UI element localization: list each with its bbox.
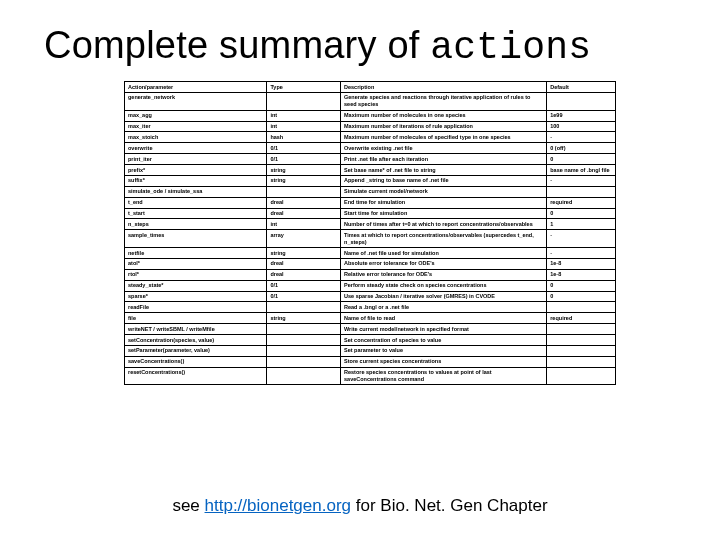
cell-action: atol* (125, 258, 267, 269)
section-type (267, 356, 341, 367)
cell-def: 0 (547, 291, 616, 302)
cell-desc: End time for simulation (341, 197, 547, 208)
cell-action: print_iter (125, 154, 267, 165)
table-row: suffix*stringAppend _string to base name… (125, 175, 616, 186)
cell-def: - (547, 132, 616, 143)
footer-post: for Bio. Net. Gen Chapter (351, 496, 548, 515)
cell-type: string (267, 175, 341, 186)
cell-action: n_steps (125, 219, 267, 230)
cell-def: - (547, 175, 616, 186)
cell-type: string (267, 313, 341, 324)
table-row: sample_timesarrayTimes at which to repor… (125, 230, 616, 248)
cell-type: int (267, 121, 341, 132)
cell-desc: Use sparse Jacobian / iterative solver (… (341, 291, 547, 302)
section-desc: Set concentration of species to value (341, 335, 547, 346)
footer-link[interactable]: http://bionetgen.org (205, 496, 352, 515)
section-type (267, 345, 341, 356)
section-action: resetConcentrations() (125, 367, 267, 385)
cell-desc: Set base name* of .net file to string (341, 165, 547, 176)
cell-action: t_start (125, 208, 267, 219)
section-desc: Generate species and reactions through i… (341, 92, 547, 110)
cell-type: string (267, 165, 341, 176)
cell-desc: Maximum number of molecules in one speci… (341, 110, 547, 121)
table-row: prefix*stringSet base name* of .net file… (125, 165, 616, 176)
section-def (547, 186, 616, 197)
cell-def: required (547, 313, 616, 324)
cell-desc: Print .net file after each iteration (341, 154, 547, 165)
cell-type: int (267, 219, 341, 230)
cell-action: netfile (125, 248, 267, 259)
cell-def: 0 (547, 208, 616, 219)
cell-action: rtol* (125, 269, 267, 280)
cell-type: 0/1 (267, 154, 341, 165)
table-row: atol*drealAbsolute error tolerance for O… (125, 258, 616, 269)
cell-type: int (267, 110, 341, 121)
cell-def: 1e-8 (547, 258, 616, 269)
cell-def: 0 (off) (547, 143, 616, 154)
cell-def: 1 (547, 219, 616, 230)
cell-action: max_agg (125, 110, 267, 121)
cell-action: sample_times (125, 230, 267, 248)
cell-type: 0/1 (267, 280, 341, 291)
cell-type: array (267, 230, 341, 248)
section-def (547, 345, 616, 356)
cell-action: overwrite (125, 143, 267, 154)
cell-def: required (547, 197, 616, 208)
cell-def: 1e-8 (547, 269, 616, 280)
cell-desc: Overwrite existing .net file (341, 143, 547, 154)
section-type (267, 367, 341, 385)
table-row: t_enddrealEnd time for simulationrequire… (125, 197, 616, 208)
table-row: n_stepsintNumber of times after t=0 at w… (125, 219, 616, 230)
cell-type: string (267, 248, 341, 259)
section-action: simulate_ode / simulate_ssa (125, 186, 267, 197)
col-action: Action/parameter (125, 82, 267, 93)
cell-def: 0 (547, 280, 616, 291)
cell-action: steady_state* (125, 280, 267, 291)
section-action: writeNET / writeSBML / writeMfile (125, 324, 267, 335)
section-type (267, 186, 341, 197)
cell-action: file (125, 313, 267, 324)
cell-action: t_end (125, 197, 267, 208)
table-row: max_iterintMaximum number of iterations … (125, 121, 616, 132)
table-row: t_startdrealStart time for simulation0 (125, 208, 616, 219)
section-desc: Store current species concentrations (341, 356, 547, 367)
cell-type: dreal (267, 269, 341, 280)
section-row: setConcentration(species, value)Set conc… (125, 335, 616, 346)
title-prefix: Complete summary of (44, 24, 430, 66)
cell-desc: Maximum number of molecules of specified… (341, 132, 547, 143)
cell-type: 0/1 (267, 291, 341, 302)
cell-type: hash (267, 132, 341, 143)
section-action: setParameter(parameter, value) (125, 345, 267, 356)
section-def (547, 335, 616, 346)
cell-action: sparse* (125, 291, 267, 302)
cell-desc: Start time for simulation (341, 208, 547, 219)
cell-type: dreal (267, 197, 341, 208)
section-type (267, 302, 341, 313)
cell-def: - (547, 248, 616, 259)
section-row: writeNET / writeSBML / writeMfileWrite c… (125, 324, 616, 335)
table-row: steady_state*0/1Perform steady state che… (125, 280, 616, 291)
section-action: readFile (125, 302, 267, 313)
table-row: rtol*drealRelative error tolerance for O… (125, 269, 616, 280)
section-desc: Restore species concentrations to values… (341, 367, 547, 385)
table-row: max_stoichhashMaximum number of molecule… (125, 132, 616, 143)
cell-desc: Name of file to read (341, 313, 547, 324)
section-desc: Read a .bngl or a .net file (341, 302, 547, 313)
cell-type: dreal (267, 258, 341, 269)
cell-desc: Relative error tolerance for ODE's (341, 269, 547, 280)
cell-type: dreal (267, 208, 341, 219)
footer-note: see http://bionetgen.org for Bio. Net. G… (0, 496, 720, 516)
section-def (547, 367, 616, 385)
section-row: readFileRead a .bngl or a .net file (125, 302, 616, 313)
cell-desc: Append _string to base name of .net file (341, 175, 547, 186)
col-default: Default (547, 82, 616, 93)
col-description: Description (341, 82, 547, 93)
actions-table: Action/parameter Type Description Defaul… (124, 81, 616, 385)
section-row: generate_networkGenerate species and rea… (125, 92, 616, 110)
section-action: setConcentration(species, value) (125, 335, 267, 346)
section-action: saveConcentrations() (125, 356, 267, 367)
table-row: netfilestringName of .net file used for … (125, 248, 616, 259)
cell-desc: Name of .net file used for simulation (341, 248, 547, 259)
section-desc: Write current model/network in specified… (341, 324, 547, 335)
table-header-row: Action/parameter Type Description Defaul… (125, 82, 616, 93)
